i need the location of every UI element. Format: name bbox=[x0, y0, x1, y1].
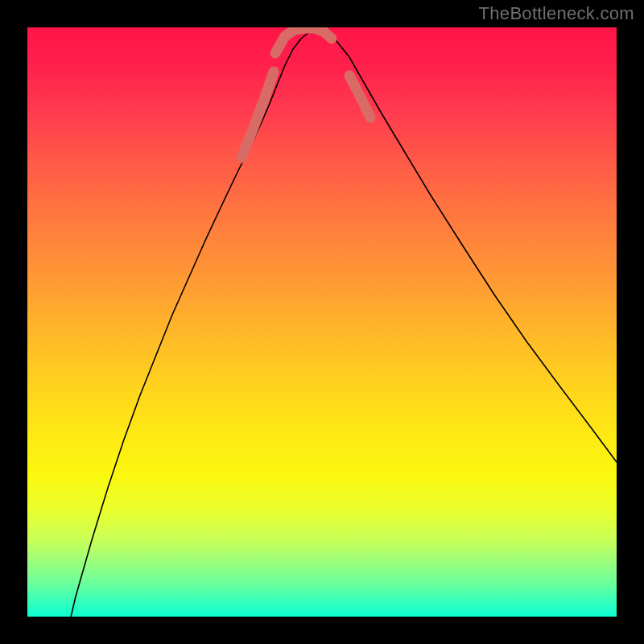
watermark-text: TheBottleneck.com bbox=[479, 3, 634, 24]
chart-stage: TheBottleneck.com bbox=[0, 0, 644, 644]
bottleneck-curve bbox=[60, 30, 617, 617]
curve-layer bbox=[27, 27, 617, 617]
valley-highlight-left bbox=[242, 72, 274, 158]
plot-area bbox=[27, 27, 617, 617]
valley-highlight-right bbox=[349, 76, 370, 118]
valley-highlight-bottom bbox=[275, 28, 332, 53]
